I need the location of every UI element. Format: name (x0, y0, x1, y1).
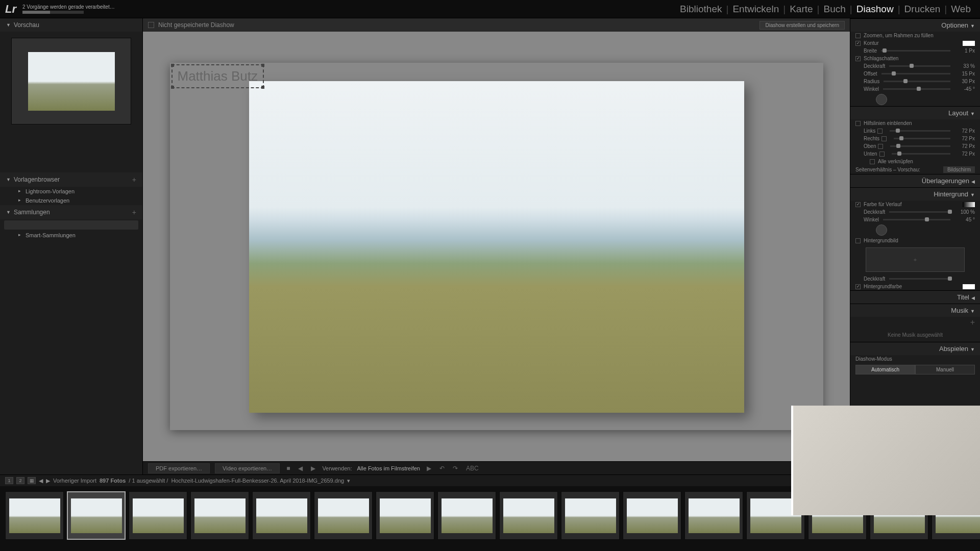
film-thumb[interactable] (499, 491, 558, 540)
bg-opacity-slider[interactable] (889, 211, 950, 213)
nav-back-button[interactable]: ◀ (39, 478, 43, 484)
guides-row[interactable]: Hilfslinien einblenden (850, 119, 980, 127)
rotate-cw-button[interactable]: ↷ (451, 465, 459, 472)
use-dropdown[interactable]: Alle Fotos im Filmstreifen (357, 465, 420, 471)
film-thumb[interactable] (437, 491, 496, 540)
export-pdf-button[interactable]: PDF exportieren… (148, 463, 210, 473)
film-thumb[interactable] (684, 491, 743, 540)
second-window-button[interactable]: 2 (16, 477, 24, 484)
bg-image-row[interactable]: Hintergrundbild (850, 237, 980, 244)
export-video-button[interactable]: Video exportieren… (215, 463, 280, 473)
film-thumb[interactable] (67, 491, 126, 540)
mode-auto-tab[interactable]: Automatisch (855, 365, 915, 374)
gradient-row[interactable]: Farbe für Verlauf (850, 201, 980, 208)
bg-img-opacity-slider[interactable] (889, 278, 950, 280)
film-thumb[interactable] (129, 491, 187, 540)
bg-image-well[interactable]: + (866, 247, 965, 272)
nav-fwd-button[interactable]: ▶ (46, 478, 50, 484)
nav-web[interactable]: Web (947, 4, 975, 15)
guide-left-slider[interactable] (890, 130, 950, 132)
save-slideshow-button[interactable]: Diashow erstellen und speichern (760, 21, 845, 30)
smart-collections-item[interactable]: Smart-Sammlungen (0, 231, 142, 240)
templates-panel-header[interactable]: ▼ Vorlagenbrowser + (0, 172, 142, 187)
film-thumb[interactable] (561, 491, 620, 540)
main-window-button[interactable]: 1 (5, 477, 13, 484)
options-header[interactable]: Optionen▼ (850, 18, 980, 32)
layout-header[interactable]: Layout▼ (850, 106, 980, 119)
playback-header[interactable]: Abspielen▼ (850, 342, 980, 355)
saved-checkbox[interactable] (148, 22, 154, 28)
title-header[interactable]: Titel◀ (850, 290, 980, 304)
background-header[interactable]: Hintergrund▼ (850, 187, 980, 201)
bg-angle-slider[interactable] (883, 219, 950, 220)
bg-color-swatch[interactable] (963, 284, 975, 289)
nav-slideshow[interactable]: Diashow (852, 4, 898, 15)
shadow-offset-slider[interactable] (881, 73, 951, 74)
prev-button[interactable]: ◀ (297, 465, 304, 472)
nav-library[interactable]: Bibliothek (676, 4, 726, 15)
photo-count: 897 Fotos (100, 478, 126, 484)
add-template-button[interactable]: + (132, 176, 136, 184)
nav-book[interactable]: Buch (820, 4, 850, 15)
resize-handle[interactable] (261, 64, 264, 67)
guide-right-slider[interactable] (894, 138, 950, 139)
shadow-opacity-slider[interactable] (889, 65, 950, 67)
stroke-width-slider[interactable] (881, 50, 950, 52)
film-thumb[interactable] (5, 491, 64, 540)
bg-color-row[interactable]: Hintergrundfarbe (850, 283, 980, 290)
next-button[interactable]: ▶ (309, 465, 317, 472)
center-canvas: Nicht gespeicherte Diashow Diashow erste… (143, 18, 850, 474)
rotate-ccw-button[interactable]: ↶ (438, 465, 446, 472)
overlays-header[interactable]: Überlagerungen◀ (850, 174, 980, 187)
text-tool-button[interactable]: ABC (464, 465, 480, 472)
resize-handle[interactable] (261, 86, 264, 89)
slide-image[interactable] (249, 81, 744, 413)
add-collection-button[interactable]: + (132, 208, 136, 216)
nav-print[interactable]: Drucken (900, 4, 945, 15)
slide-canvas[interactable]: Matthias Butz (143, 32, 850, 461)
grid-view-button[interactable]: ▦ (28, 477, 36, 484)
zoom-fill-row[interactable]: Zoomen, um Rahmen zu füllen (850, 32, 980, 39)
canvas-header: Nicht gespeicherte Diashow Diashow erste… (143, 18, 850, 32)
path-dropdown-icon[interactable]: ▾ (347, 478, 350, 484)
resize-handle[interactable] (171, 86, 174, 89)
app-logo: Lr (5, 3, 16, 16)
stop-button[interactable]: ■ (285, 465, 291, 472)
aspect-dropdown[interactable]: Bildschirm (943, 166, 975, 173)
nav-map[interactable]: Karte (786, 4, 817, 15)
identity-plate-overlay[interactable]: Matthias Butz (172, 64, 264, 88)
resize-handle[interactable] (171, 64, 174, 67)
film-thumb[interactable] (623, 491, 681, 540)
add-music-button[interactable]: + (970, 318, 975, 327)
mode-manual-tab[interactable]: Manuell (915, 365, 975, 374)
preview-panel-header[interactable]: ▼ Vorschau (0, 18, 142, 32)
stroke-row[interactable]: Kontur (850, 39, 980, 47)
angle-dial[interactable] (876, 94, 887, 105)
film-thumb[interactable] (190, 491, 249, 540)
source-label[interactable]: Vorheriger Import (53, 478, 96, 484)
template-folder-lightroom[interactable]: Lightroom-Vorlagen (0, 187, 142, 196)
shadow-row[interactable]: Schlagschatten (850, 55, 980, 62)
chevron-down-icon: ▼ (6, 210, 11, 215)
collections-panel-header[interactable]: ▼ Sammlungen + (0, 205, 142, 219)
guide-bottom-slider[interactable] (892, 153, 950, 155)
preview-thumbnail[interactable] (11, 38, 131, 124)
film-thumb[interactable] (376, 491, 434, 540)
left-panel: ▼ Vorschau ▼ Vorlagenbrowser + Lightroom… (0, 18, 143, 474)
slideshow-mode-tabs: Automatisch Manuell (855, 365, 975, 374)
file-path[interactable]: Hochzeit-Ludwigshafen-Full-Benkesser-26.… (171, 478, 344, 484)
bg-angle-dial[interactable] (876, 224, 887, 236)
template-folder-user[interactable]: Benutzervorlagen (0, 196, 142, 205)
stroke-color-swatch[interactable] (963, 41, 975, 46)
preview-label: Vorschau (14, 21, 39, 29)
film-thumb[interactable] (314, 491, 373, 540)
nav-develop[interactable]: Entwickeln (728, 4, 783, 15)
shadow-radius-slider[interactable] (884, 81, 950, 82)
film-thumb[interactable] (252, 491, 311, 540)
music-header[interactable]: Musik▼ (850, 304, 980, 317)
collection-row-empty[interactable] (4, 220, 138, 230)
play-button[interactable]: ▶ (425, 465, 433, 472)
shadow-angle-slider[interactable] (883, 88, 950, 90)
guide-top-slider[interactable] (890, 145, 950, 147)
gradient-swatch[interactable] (963, 202, 975, 207)
